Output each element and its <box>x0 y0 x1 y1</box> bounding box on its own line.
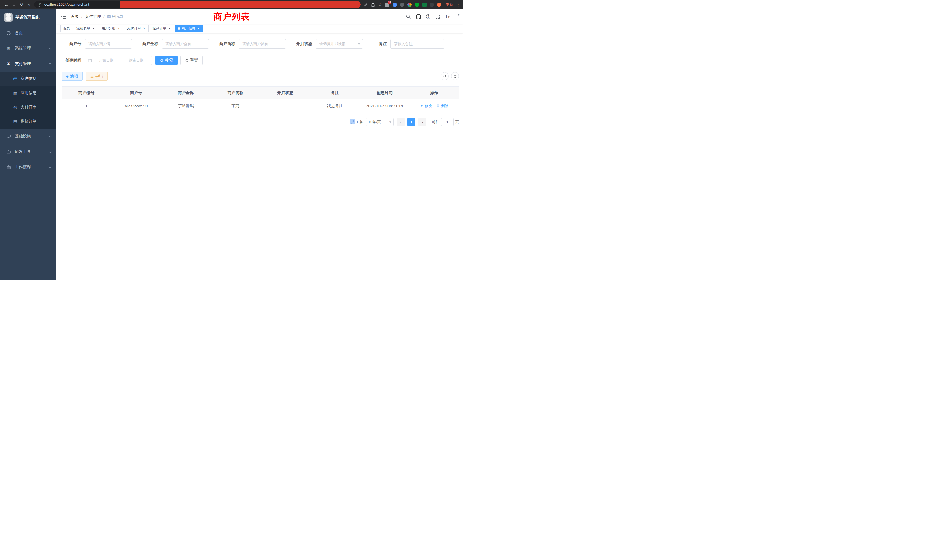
goto-page-input[interactable] <box>441 118 454 126</box>
tab-home[interactable]: 首页 <box>61 25 73 32</box>
extension-multicolor-icon[interactable] <box>407 3 412 7</box>
sidebar-item-pay-order[interactable]: ◎ 支付订单 <box>0 100 56 114</box>
url-bar[interactable]: i localhost:1024/pay/merchant <box>34 1 361 8</box>
extension-blue-icon[interactable] <box>393 3 397 7</box>
pagination-total: 共 1 条 <box>350 120 363 125</box>
font-size-icon[interactable]: TT <box>445 14 449 19</box>
page-number-1[interactable]: 1 <box>407 118 415 126</box>
browser-menu-icon[interactable]: ⋮ <box>456 2 460 7</box>
extension-gray-icon[interactable] <box>400 3 404 7</box>
col-header: 创建时间 <box>360 90 409 95</box>
search-button[interactable]: 搜索 <box>155 56 178 65</box>
fullscreen-icon[interactable] <box>435 14 440 19</box>
remark-input[interactable] <box>390 39 445 49</box>
full-name-input[interactable] <box>162 39 209 49</box>
extension-dark-icon[interactable] <box>430 3 434 7</box>
sidebar-item-label: 支付管理 <box>15 61 31 67</box>
edit-link[interactable]: 修改 <box>420 103 432 109</box>
close-icon[interactable]: × <box>168 27 171 30</box>
extension-green-square-icon[interactable] <box>422 3 427 7</box>
delete-link[interactable]: 删除 <box>436 103 448 109</box>
toggle-search-button[interactable] <box>441 72 449 80</box>
screen: ← → ↻ ⌂ i localhost:1024/pay/merchant ☆ … <box>0 0 463 280</box>
page-size-select[interactable]: 10条/页 ▾ <box>366 118 394 126</box>
merchant-no-input[interactable] <box>85 39 132 49</box>
close-icon[interactable]: × <box>117 27 121 30</box>
help-icon[interactable]: ? <box>426 14 431 19</box>
sidebar-item-refund-order[interactable]: ▤ 退款订单 <box>0 114 56 129</box>
bookmark-star-icon[interactable]: ☆ <box>378 2 382 7</box>
breadcrumb-payment[interactable]: 支付管理 <box>85 14 101 19</box>
reload-icon[interactable]: ↻ <box>18 2 25 7</box>
monitor-icon <box>6 134 11 139</box>
status-select[interactable]: 请选择开启状态 ▾ <box>316 39 363 49</box>
sidebar-item-merchant-info[interactable]: 商户信息 <box>0 71 56 86</box>
github-icon[interactable] <box>416 14 421 20</box>
sidebar-item-infra[interactable]: 基础设施 <box>0 129 56 144</box>
breadcrumb-separator: / <box>81 14 82 19</box>
col-header: 备注 <box>310 90 360 95</box>
key-icon[interactable] <box>363 3 368 7</box>
browser-toolbar: ← → ↻ ⌂ i localhost:1024/pay/merchant ☆ … <box>0 0 463 9</box>
tab-pay-order[interactable]: 支付订单 × <box>125 25 148 32</box>
date-range-picker[interactable]: 开始日期 - 结束日期 <box>85 56 152 65</box>
chevron-down-icon <box>49 151 51 153</box>
yen-icon: ¥ <box>6 61 11 67</box>
logo-title: 芋道管理系统 <box>15 15 39 20</box>
tab-process-form[interactable]: 流程表单 × <box>74 25 98 32</box>
sidebar-item-system[interactable]: ⚙ 系统管理 <box>0 41 56 56</box>
cell-create-time: 2021-10-23 08:31:14 <box>360 104 409 108</box>
col-header: 开启状态 <box>260 90 310 95</box>
action-row: + 新增 导出 <box>62 71 459 81</box>
share-icon[interactable] <box>371 3 375 7</box>
gear-icon: ⚙ <box>6 46 11 51</box>
caret-down-icon: ▾ <box>458 13 459 16</box>
breadcrumb-home[interactable]: 首页 <box>71 14 79 19</box>
forward-icon[interactable]: → <box>10 2 18 7</box>
filter-remark: 备注 <box>372 39 445 49</box>
extension-avatar-icon[interactable] <box>437 3 441 7</box>
extension-badge: 10 <box>388 1 392 4</box>
hamburger-icon[interactable] <box>61 14 66 20</box>
status-label: 开启状态 <box>295 41 312 47</box>
reset-button[interactable]: 重置 <box>180 56 203 65</box>
tab-merchant-info[interactable]: 商户信息 × <box>176 25 203 32</box>
close-icon[interactable]: × <box>92 27 95 30</box>
sidebar-item-devtools[interactable]: 研发工具 <box>0 144 56 159</box>
close-icon[interactable]: × <box>197 27 200 30</box>
next-page-button[interactable]: › <box>418 118 426 126</box>
browser-update-button[interactable]: 更新 <box>446 2 453 7</box>
extensions-puzzle-icon[interactable]: 10 <box>385 3 389 7</box>
short-name-input[interactable] <box>239 39 286 49</box>
full-name-label: 商户全称 <box>141 41 158 47</box>
filter-short-name: 商户简称 <box>218 39 286 49</box>
prev-page-button[interactable]: ‹ <box>396 118 404 126</box>
cell-id: 1 <box>62 104 111 108</box>
tab-refund-order[interactable]: 退款订单 × <box>150 25 174 32</box>
active-dot <box>178 27 180 30</box>
search-icon[interactable] <box>406 14 411 19</box>
card-icon <box>12 77 18 81</box>
sidebar-item-payment[interactable]: ¥ 支付管理 <box>0 56 56 71</box>
export-button[interactable]: 导出 <box>86 71 108 81</box>
site-info-icon[interactable]: i <box>38 3 41 6</box>
main: 首页 / 支付管理 / 商户信息 商户列表 ? <box>56 9 463 280</box>
breadcrumb-separator: / <box>103 14 104 19</box>
sidebar-item-label: 支付订单 <box>21 104 36 110</box>
tab-user-group[interactable]: 用户分组 × <box>99 25 123 32</box>
extension-green-check-icon[interactable]: ✓ <box>415 3 419 7</box>
refresh-button[interactable] <box>451 72 459 80</box>
sidebar-item-label: 退款订单 <box>21 119 36 124</box>
close-icon[interactable]: × <box>142 27 146 30</box>
content: 商户号 商户全称 商户简称 开启状态 请选择开启状态 <box>56 33 463 280</box>
sidebar-item-home[interactable]: 首页 <box>0 26 56 41</box>
add-button[interactable]: + 新增 <box>62 71 83 81</box>
caret-down-icon: ▾ <box>389 120 391 124</box>
home-icon[interactable]: ⌂ <box>25 2 32 7</box>
sidebar-item-label: 应用信息 <box>21 90 36 95</box>
logo-row[interactable]: 芋道管理系统 <box>0 9 56 26</box>
back-icon[interactable]: ← <box>3 2 10 7</box>
sidebar-item-app-info[interactable]: ▦ 应用信息 <box>0 86 56 100</box>
sidebar-item-workflow[interactable]: 工作流程 <box>0 159 56 175</box>
sidebar-item-label: 工作流程 <box>15 165 31 170</box>
